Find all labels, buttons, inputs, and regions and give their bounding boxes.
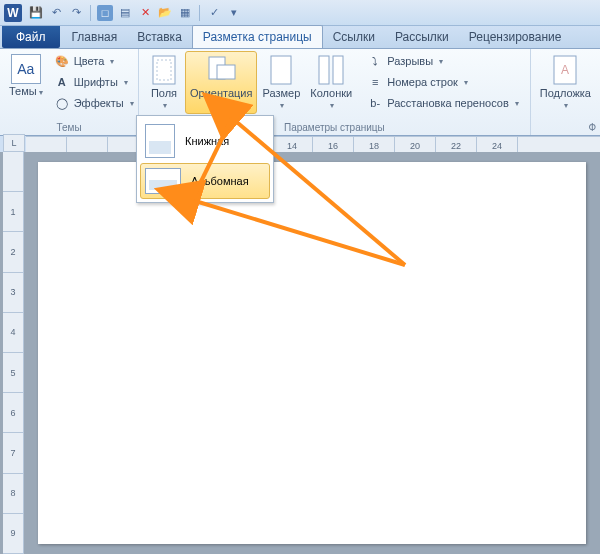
- margins-label: Поля▾: [151, 88, 177, 111]
- orientation-portrait-item[interactable]: Книжная: [140, 119, 270, 163]
- new-icon[interactable]: □: [97, 5, 113, 21]
- svg-rect-3: [217, 65, 235, 79]
- ruler-mark: [3, 152, 23, 192]
- line-numbers-icon: ≡: [367, 74, 383, 90]
- ribbon: Aa Темы▾ 🎨 Цвета▾ A Шрифты▾ ◯ Эффекты▾: [0, 49, 600, 136]
- orientation-dropdown: Книжная Альбомная: [136, 115, 274, 203]
- ruler-mark: 6: [3, 393, 23, 433]
- colors-icon: 🎨: [54, 53, 70, 69]
- size-label: Размер▾: [262, 88, 300, 111]
- themes-label: Темы▾: [9, 86, 43, 98]
- theme-fonts-label: Шрифты: [74, 76, 118, 88]
- theme-effects-button[interactable]: ◯ Эффекты▾: [50, 93, 138, 113]
- group-themes: Aa Темы▾ 🎨 Цвета▾ A Шрифты▾ ◯ Эффекты▾: [0, 49, 139, 135]
- spelling-icon[interactable]: ✓: [206, 5, 222, 21]
- group-page-background: A Подложка▾ Ф: [531, 49, 600, 135]
- ruler-mark: 4: [3, 313, 23, 353]
- fonts-icon: A: [54, 74, 70, 90]
- workspace: 1 2 3 4 5 6 7 8 9: [0, 152, 600, 554]
- tab-review[interactable]: Рецензирование: [459, 26, 572, 48]
- hyphenation-button[interactable]: b‑ Расстановка переносов▾: [363, 93, 522, 113]
- group-themes-label: Темы: [0, 122, 138, 133]
- line-numbers-button[interactable]: ≡ Номера строк▾: [363, 72, 522, 92]
- tab-home[interactable]: Главная: [62, 26, 128, 48]
- save-as-icon[interactable]: ▤: [117, 5, 133, 21]
- quick-print-icon[interactable]: ✕: [137, 5, 153, 21]
- title-bar: W 💾 ↶ ↷ □ ▤ ✕ 📂 ▦ ✓ ▾: [0, 0, 600, 26]
- undo-icon[interactable]: ↶: [48, 5, 64, 21]
- svg-text:A: A: [561, 63, 569, 77]
- quick-access-toolbar: 💾 ↶ ↷ □ ▤ ✕ 📂 ▦ ✓ ▾: [28, 5, 242, 21]
- orientation-button[interactable]: Ориентация▾: [185, 51, 257, 114]
- themes-icon: Aa: [11, 54, 41, 84]
- ruler-mark: 3: [3, 273, 23, 313]
- line-numbers-label: Номера строк: [387, 76, 458, 88]
- theme-fonts-button[interactable]: A Шрифты▾: [50, 72, 138, 92]
- tab-mailings[interactable]: Рассылки: [385, 26, 459, 48]
- watermark-button[interactable]: A Подложка▾: [535, 51, 596, 114]
- themes-button[interactable]: Aa Темы▾: [4, 51, 48, 101]
- hyphenation-icon: b‑: [367, 95, 383, 111]
- vertical-ruler[interactable]: 1 2 3 4 5 6 7 8 9: [3, 152, 24, 554]
- watermark-icon: A: [549, 54, 581, 86]
- breaks-label: Разрывы: [387, 55, 433, 67]
- svg-rect-6: [333, 56, 343, 84]
- orientation-label: Ориентация▾: [190, 88, 252, 111]
- open-icon[interactable]: 📂: [157, 5, 173, 21]
- document-area[interactable]: [24, 152, 600, 554]
- redo-icon[interactable]: ↷: [68, 5, 84, 21]
- qat-more-icon[interactable]: ▾: [226, 5, 242, 21]
- qat-separator: [90, 5, 91, 21]
- svg-rect-5: [319, 56, 329, 84]
- save-icon[interactable]: 💾: [28, 5, 44, 21]
- portrait-label: Книжная: [185, 135, 229, 147]
- size-icon: [265, 54, 297, 86]
- theme-effects-label: Эффекты: [74, 97, 124, 109]
- document-page[interactable]: [38, 162, 586, 544]
- breaks-button[interactable]: ⤵ Разрывы▾: [363, 51, 522, 71]
- columns-label: Колонки▾: [310, 88, 352, 111]
- columns-button[interactable]: Колонки▾: [305, 51, 357, 114]
- breaks-icon: ⤵: [367, 53, 383, 69]
- effects-icon: ◯: [54, 95, 70, 111]
- orientation-icon: [205, 54, 237, 86]
- ruler-mark: 2: [3, 232, 23, 272]
- ruler-mark: 1: [3, 192, 23, 232]
- tab-file[interactable]: Файл: [2, 26, 60, 48]
- print-preview-icon[interactable]: ▦: [177, 5, 193, 21]
- orientation-landscape-item[interactable]: Альбомная: [140, 163, 270, 199]
- svg-rect-4: [271, 56, 291, 84]
- ruler-mark: 9: [3, 514, 23, 554]
- hyphenation-label: Расстановка переносов: [387, 97, 508, 109]
- margins-icon: [148, 54, 180, 86]
- ruler-mark: 8: [3, 474, 23, 514]
- columns-icon: [315, 54, 347, 86]
- ribbon-tabs: Файл Главная Вставка Разметка страницы С…: [0, 26, 600, 49]
- ruler-mark: 7: [3, 433, 23, 473]
- landscape-icon: [145, 168, 181, 194]
- app-window: W 💾 ↶ ↷ □ ▤ ✕ 📂 ▦ ✓ ▾ Файл Главная Встав…: [0, 0, 600, 554]
- ruler-mark: 5: [3, 353, 23, 393]
- tab-references[interactable]: Ссылки: [323, 26, 385, 48]
- qat-separator: [199, 5, 200, 21]
- theme-colors-button[interactable]: 🎨 Цвета▾: [50, 51, 138, 71]
- tab-page-layout[interactable]: Разметка страницы: [192, 25, 323, 48]
- size-button[interactable]: Размер▾: [257, 51, 305, 114]
- margins-button[interactable]: Поля▾: [143, 51, 185, 114]
- tab-insert[interactable]: Вставка: [127, 26, 192, 48]
- ruler-corner[interactable]: L: [3, 134, 25, 152]
- theme-colors-label: Цвета: [74, 55, 105, 67]
- portrait-icon: [145, 124, 175, 158]
- group-background-label: Ф: [531, 122, 600, 133]
- word-app-icon: W: [4, 4, 22, 22]
- landscape-label: Альбомная: [191, 175, 249, 187]
- watermark-label: Подложка▾: [540, 88, 591, 111]
